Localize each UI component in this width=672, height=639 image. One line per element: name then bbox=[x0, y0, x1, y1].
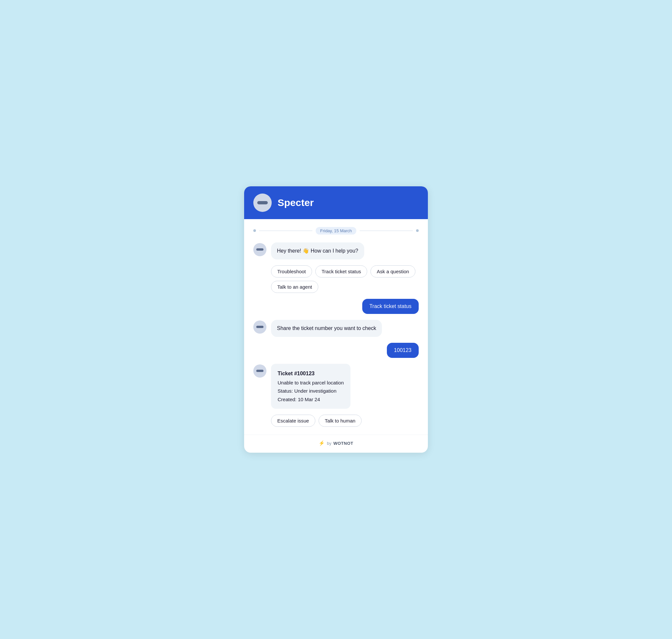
date-line-left bbox=[259, 231, 312, 231]
bot-avatar-icon-1 bbox=[256, 248, 263, 251]
header-avatar bbox=[253, 193, 272, 212]
bot-bubble-2: Share the ticket number you want to chec… bbox=[271, 320, 382, 337]
ticket-created: Created: 10 Mar 24 bbox=[278, 395, 344, 404]
lightning-icon: ⚡ bbox=[319, 440, 325, 446]
chat-container: Specter Friday, 15 March Hey there! 👋 Ho… bbox=[244, 186, 428, 453]
bot-avatar-3 bbox=[253, 364, 266, 377]
bot-avatar-icon-2 bbox=[256, 326, 263, 328]
footer-brand: WOTNOT bbox=[333, 441, 353, 446]
header-title: Specter bbox=[278, 197, 314, 208]
date-badge: Friday, 15 March bbox=[316, 227, 357, 235]
quick-reply-track-ticket[interactable]: Track ticket status bbox=[315, 265, 367, 278]
action-talk-to-human[interactable]: Talk to human bbox=[319, 415, 362, 427]
chat-footer: ⚡ by WOTNOT bbox=[244, 435, 428, 453]
ticket-status: Status: Under investigation bbox=[278, 387, 344, 395]
user-bubble-2: 100123 bbox=[387, 343, 419, 358]
date-line-right-dot bbox=[416, 229, 419, 232]
bot-message-3: Ticket #100123 Unable to track parcel lo… bbox=[253, 364, 419, 409]
chat-body: Friday, 15 March Hey there! 👋 How can I … bbox=[244, 219, 428, 435]
bot-message-1: Hey there! 👋 How can I help you? bbox=[253, 243, 419, 260]
user-message-2: 100123 bbox=[253, 343, 419, 358]
footer-by-label: by bbox=[327, 441, 332, 446]
avatar-icon bbox=[257, 201, 268, 204]
quick-reply-talk-agent[interactable]: Talk to an agent bbox=[271, 281, 318, 293]
ticket-card: Ticket #100123 Unable to track parcel lo… bbox=[271, 364, 350, 409]
quick-reply-troubleshoot[interactable]: Troubleshoot bbox=[271, 265, 312, 278]
date-line-right bbox=[360, 231, 413, 231]
chat-header: Specter bbox=[244, 186, 428, 219]
quick-replies-group: Troubleshoot Track ticket status Ask a q… bbox=[253, 265, 419, 293]
date-line-left-dot bbox=[253, 229, 256, 232]
bot-avatar-1 bbox=[253, 243, 266, 256]
bot-avatar-icon-3 bbox=[256, 370, 263, 372]
user-bubble-1: Track ticket status bbox=[362, 299, 419, 314]
ticket-number: Ticket #100123 bbox=[278, 369, 344, 378]
quick-reply-ask-question[interactable]: Ask a question bbox=[370, 265, 415, 278]
user-message-1: Track ticket status bbox=[253, 299, 419, 314]
footer-actions-group: Escalate issue Talk to human bbox=[253, 415, 419, 427]
bot-message-2: Share the ticket number you want to chec… bbox=[253, 320, 419, 337]
action-escalate-issue[interactable]: Escalate issue bbox=[271, 415, 315, 427]
bot-avatar-2 bbox=[253, 321, 266, 333]
bot-bubble-1: Hey there! 👋 How can I help you? bbox=[271, 243, 364, 260]
date-divider: Friday, 15 March bbox=[253, 227, 419, 235]
ticket-issue: Unable to track parcel location bbox=[278, 378, 344, 387]
